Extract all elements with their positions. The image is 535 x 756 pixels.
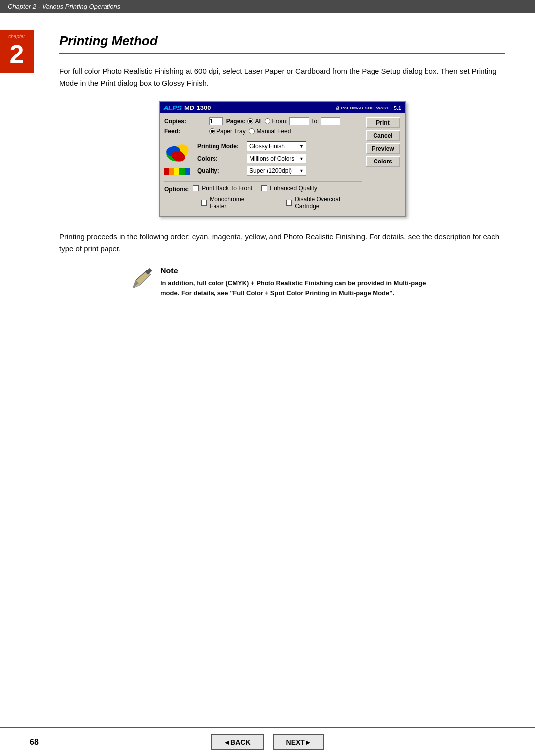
all-radio[interactable]	[247, 118, 253, 124]
feed-label: Feed:	[164, 128, 209, 135]
dialog-body: Copies: 1 Pages: All From: To	[160, 113, 405, 216]
copies-label: Copies:	[164, 118, 209, 125]
monochrome-faster-row: Monochrome Faster	[201, 196, 259, 210]
note-section: Note In addition, full color (CMYK) + Ph…	[59, 267, 505, 298]
manual-feed-radio[interactable]	[249, 128, 255, 134]
dialog-titlebar-left: ALPS MD-1300	[163, 104, 211, 112]
to-label: To:	[311, 118, 319, 125]
quality-arrow: ▼	[299, 168, 304, 173]
disable-overcoat-row: Disable Overcoat Cartridge	[286, 196, 362, 210]
chapter-number: 2	[10, 40, 24, 68]
from-radio[interactable]	[265, 118, 270, 124]
note-svg-icon	[129, 267, 155, 292]
printing-mode-arrow: ▼	[299, 144, 304, 149]
colors-select[interactable]: Millions of Colors ▼	[247, 154, 306, 163]
colors-label: Colors:	[197, 155, 247, 162]
colors-value: Millions of Colors	[249, 155, 294, 162]
print-back-to-front-row: Print Back To Front	[193, 185, 252, 192]
svg-rect-4	[164, 168, 169, 175]
print-button[interactable]: Print	[366, 117, 400, 128]
print-dialog: ALPS MD-1300 🖨 PALOMAR SOFTWARE 5.1 Copi…	[159, 101, 406, 217]
printing-mode-label: Printing Mode:	[197, 143, 247, 150]
dialog-wrapper: ALPS MD-1300 🖨 PALOMAR SOFTWARE 5.1 Copi…	[59, 101, 505, 217]
top-bar-text: Chapter 2 - Various Printing Operations	[8, 3, 120, 10]
preview-button[interactable]: Preview	[366, 143, 400, 154]
cancel-button[interactable]: Cancel	[366, 130, 400, 141]
back-button[interactable]: ◄BACK	[211, 734, 263, 750]
chapter-tab: chapter 2	[0, 30, 34, 73]
color-icons	[164, 141, 190, 175]
printer-model: MD-1300	[184, 104, 211, 111]
colors-arrow: ▼	[299, 156, 304, 161]
quality-value: Super (1200dpi)	[249, 167, 292, 174]
rainbow-bar-icon	[164, 168, 190, 175]
note-icon	[129, 267, 155, 294]
quality-label: Quality:	[197, 167, 247, 174]
svg-rect-7	[179, 168, 185, 175]
body-text-2: Printing proceeds in the following order…	[59, 231, 505, 255]
print-back-to-front-label: Print Back To Front	[202, 185, 252, 192]
all-label: All	[255, 118, 261, 125]
next-button[interactable]: NEXT►	[273, 734, 324, 750]
quality-row: Quality: Super (1200dpi) ▼	[197, 166, 362, 176]
bottom-bar: 68 ◄BACK NEXT►	[0, 727, 535, 756]
disable-overcoat-label: Disable Overcoat Cartridge	[295, 196, 362, 210]
colors-row: Colors: Millions of Colors ▼	[197, 154, 362, 163]
to-input[interactable]	[321, 117, 340, 125]
dialog-left: Copies: 1 Pages: All From: To	[164, 117, 362, 211]
printing-mode-value: Glossy Finish	[249, 143, 285, 150]
note-text: In addition, full color (CMYK) + Photo R…	[160, 278, 436, 298]
dialog-buttons: Print Cancel Preview Colors	[366, 117, 400, 211]
printing-mode-select[interactable]: Glossy Finish ▼	[247, 141, 306, 151]
version-number: 5.1	[394, 105, 401, 111]
monochrome-faster-checkbox[interactable]	[201, 200, 207, 206]
dialog-titlebar: ALPS MD-1300 🖨 PALOMAR SOFTWARE 5.1	[160, 102, 405, 113]
svg-rect-8	[185, 168, 190, 175]
alps-logo: ALPS	[163, 104, 181, 112]
copies-row: Copies: 1 Pages: All From: To	[164, 117, 362, 125]
note-content: Note In addition, full color (CMYK) + Ph…	[160, 267, 436, 298]
enhanced-quality-row: Enhanced Quality	[261, 185, 317, 192]
pages-label: Pages:	[226, 118, 246, 125]
enhanced-quality-label: Enhanced Quality	[270, 185, 317, 192]
printing-mode-row: Printing Mode: Glossy Finish ▼	[197, 141, 362, 151]
options-row: Options: Print Back To Front Enhanced Qu…	[164, 185, 362, 193]
colors-button[interactable]: Colors	[366, 156, 400, 167]
note-box: Note In addition, full color (CMYK) + Ph…	[129, 267, 436, 298]
disable-overcoat-checkbox[interactable]	[286, 200, 292, 206]
body-text-1: For full color Photo Realistic Finishing…	[59, 65, 505, 89]
main-content: Printing Method For full color Photo Rea…	[40, 13, 535, 329]
svg-rect-5	[169, 168, 174, 175]
print-back-to-front-checkbox[interactable]	[193, 185, 199, 191]
from-input[interactable]	[289, 117, 309, 125]
nav-buttons: ◄BACK NEXT►	[211, 734, 324, 750]
options-label: Options:	[164, 186, 189, 193]
enhanced-quality-checkbox[interactable]	[261, 185, 267, 191]
separator-1	[164, 138, 362, 138]
quality-select[interactable]: Super (1200dpi) ▼	[247, 166, 306, 176]
from-label: From:	[272, 118, 287, 125]
copies-input[interactable]: 1	[209, 117, 223, 125]
page-number: 68	[30, 738, 39, 747]
monochrome-faster-label: Monochrome Faster	[210, 196, 259, 210]
note-title: Note	[160, 267, 436, 275]
page-title: Printing Method	[59, 33, 505, 54]
feed-row: Feed: Paper Tray Manual Feed	[164, 128, 362, 135]
paper-tray-radio[interactable]	[209, 128, 215, 134]
paper-tray-label: Paper Tray	[216, 128, 246, 135]
palomar-logo: 🖨 PALOMAR SOFTWARE	[335, 106, 390, 110]
top-bar: Chapter 2 - Various Printing Operations	[0, 0, 535, 13]
svg-rect-6	[174, 168, 179, 175]
separator-2	[164, 181, 362, 182]
chapter-label: chapter	[2, 34, 32, 39]
manual-feed-label: Manual Feed	[256, 128, 291, 135]
leaf-icon	[164, 141, 190, 167]
